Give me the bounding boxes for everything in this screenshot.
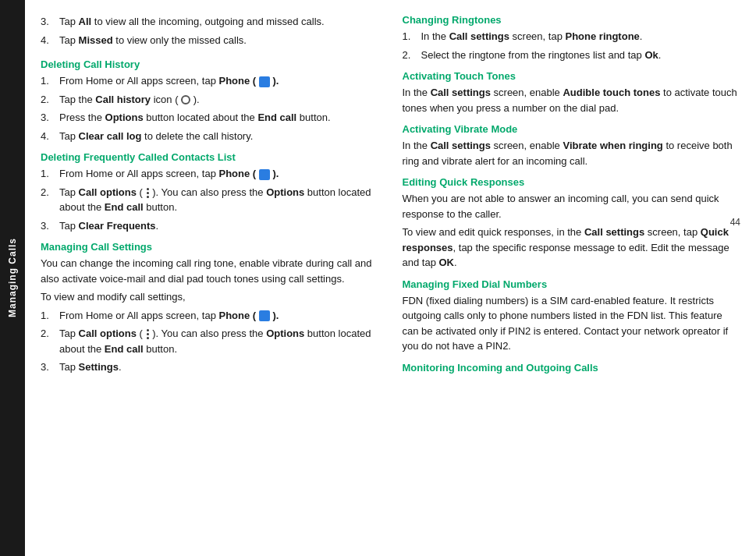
list-num: 4. — [41, 129, 55, 144]
section-title-editing-quick-responses: Editing Quick Responses — [403, 176, 741, 188]
list-content: Tap Clear Frequents. — [59, 218, 158, 234]
list-item: 1. From Home or All apps screen, tap Pho… — [41, 73, 379, 89]
list-content: Tap Missed to view only the missed calls… — [59, 33, 247, 48]
list-content: Tap Settings. — [59, 359, 122, 375]
right-column: 44 Changing Ringtones 1. In the Call set… — [403, 14, 741, 542]
section-title-managing-call-settings: Managing Call Settings — [41, 241, 379, 253]
content-area: 3. Tap All to view all the incoming, out… — [25, 0, 756, 556]
list-item: 4. Tap Clear call log to delete the call… — [41, 129, 379, 144]
list-content: From Home or All apps screen, tap Phone … — [59, 308, 279, 324]
list-num: 1. — [41, 308, 55, 324]
list-num: 3. — [41, 110, 55, 126]
list-content: In the Call settings screen, tap Phone r… — [421, 29, 643, 44]
list-content: Tap Call options ( ). You can also press… — [59, 185, 379, 215]
list-item: 1. From Home or All apps screen, tap Pho… — [41, 308, 379, 324]
section-title-managing-fixed-dial: Managing Fixed Dial Numbers — [403, 278, 741, 290]
list-num: 1. — [403, 29, 417, 44]
section-managing-call-settings: Managing Call Settings You can change th… — [41, 241, 379, 378]
page-container: Managing Calls 3. Tap All to view all th… — [0, 0, 756, 556]
section-editing-quick-responses: Editing Quick Responses When you are not… — [403, 176, 741, 274]
list-content: From Home or All apps screen, tap Phone … — [59, 73, 279, 89]
list-num: 2. — [41, 326, 55, 356]
list-item: 1. From Home or All apps screen, tap Pho… — [41, 166, 379, 182]
list-item: 1. In the Call settings screen, tap Phon… — [403, 29, 741, 44]
section-monitoring-incoming: Monitoring Incoming and Outgoing Calls — [403, 362, 741, 377]
list-num: 3. — [41, 218, 55, 234]
managing-call-settings-intro2: To view and modify call settings, — [41, 289, 379, 305]
list-num: 2. — [41, 92, 55, 108]
list-item: 3. Press the Options button located abou… — [41, 110, 379, 126]
list-item: 3. Tap Clear Frequents. — [41, 218, 379, 234]
list-content: Tap Clear call log to delete the call hi… — [59, 129, 253, 144]
list-item: 2. Select the ringtone from the ringtone… — [403, 48, 741, 63]
list-num: 2. — [41, 185, 55, 215]
list-item: 2. Tap Call options ( ). You can also pr… — [41, 185, 379, 215]
list-item: 3. Tap All to view all the incoming, out… — [41, 14, 379, 30]
managing-call-settings-intro: You can change the incoming call ring to… — [41, 256, 379, 286]
list-item: 2. Tap the Call history icon ( ). — [41, 92, 379, 108]
section-deleting-call-history: Deleting Call History 1. From Home or Al… — [41, 58, 379, 147]
list-content: Tap All to view all the incoming, outgoi… — [59, 14, 325, 30]
section-title-deleting-call-history: Deleting Call History — [41, 58, 379, 70]
list-num: 1. — [41, 73, 55, 89]
list-content: Press the Options button located about t… — [59, 110, 331, 126]
section-deleting-frequently: Deleting Frequently Called Contacts List… — [41, 151, 379, 236]
list-item: 4. Tap Missed to view only the missed ca… — [41, 33, 379, 48]
sidebar: Managing Calls — [0, 0, 25, 556]
list-content: Select the ringtone from the ringtones l… — [421, 48, 662, 63]
managing-fixed-dial-body: FDN (fixed dialing numbers) is a SIM car… — [403, 293, 741, 354]
editing-quick-responses-body1: When you are not able to answer an incom… — [403, 191, 741, 221]
section-activating-touch-tones: Activating Touch Tones In the Call setti… — [403, 70, 741, 119]
list-item: 3. Tap Settings. — [41, 359, 379, 375]
section-title-monitoring-incoming: Monitoring Incoming and Outgoing Calls — [403, 362, 741, 374]
list-content: Tap the Call history icon ( ). — [59, 92, 200, 108]
list-num: 1. — [41, 166, 55, 182]
list-num: 2. — [403, 48, 417, 63]
list-item: 2. Tap Call options ( ). You can also pr… — [41, 326, 379, 356]
page-number: 44 — [730, 217, 740, 228]
list-num: 3. — [41, 359, 55, 375]
list-num: 3. — [41, 14, 55, 30]
editing-quick-responses-body2: To view and edit quick responses, in the… — [403, 225, 741, 271]
sidebar-label: Managing Calls — [7, 238, 18, 317]
section-managing-fixed-dial: Managing Fixed Dial Numbers FDN (fixed d… — [403, 278, 741, 357]
section-activating-vibrate-mode: Activating Vibrate Mode In the Call sett… — [403, 123, 741, 172]
section-changing-ringtones: Changing Ringtones 1. In the Call settin… — [403, 14, 741, 66]
top-items: 3. Tap All to view all the incoming, out… — [41, 14, 379, 51]
activating-touch-tones-body: In the Call settings screen, enable Audi… — [403, 85, 741, 115]
list-content: From Home or All apps screen, tap Phone … — [59, 166, 279, 182]
section-title-activating-touch-tones: Activating Touch Tones — [403, 70, 741, 82]
section-title-deleting-frequently: Deleting Frequently Called Contacts List — [41, 151, 379, 163]
section-title-activating-vibrate-mode: Activating Vibrate Mode — [403, 123, 741, 135]
left-column: 3. Tap All to view all the incoming, out… — [41, 14, 379, 542]
list-content: Tap Call options ( ). You can also press… — [59, 326, 379, 356]
activating-vibrate-mode-body: In the Call settings screen, enable Vibr… — [403, 138, 741, 168]
section-title-changing-ringtones: Changing Ringtones — [403, 14, 741, 26]
list-num: 4. — [41, 33, 55, 48]
